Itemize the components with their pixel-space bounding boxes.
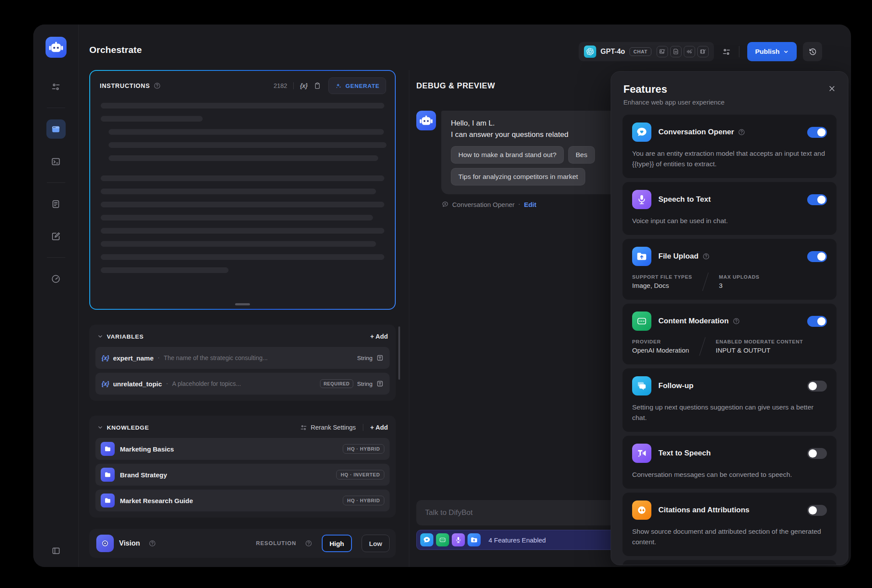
- skeleton-text-line: [101, 103, 384, 108]
- feature-card-text-to-speech: Text to Speech Conversation messages can…: [622, 436, 837, 489]
- instructions-editor[interactable]: [90, 98, 395, 273]
- skeleton-text-line: [101, 241, 376, 247]
- feature-card-follow-up: Follow-up Setting up next questions sugg…: [622, 368, 837, 432]
- variable-row[interactable]: {x} expert_name · The name of the strate…: [95, 347, 390, 369]
- collapse-sidebar-icon[interactable]: [51, 546, 61, 557]
- model-capability-icon: [670, 46, 682, 57]
- help-icon[interactable]: [305, 540, 312, 547]
- resize-handle[interactable]: [235, 303, 250, 305]
- model-selector[interactable]: GPT-4o CHAT: [579, 42, 714, 61]
- sidebar-item[interactable]: [47, 182, 65, 183]
- sidebar-item[interactable]: [47, 108, 65, 108]
- sidebar-item-terminal[interactable]: [46, 152, 66, 171]
- feature-toggle[interactable]: [807, 127, 827, 138]
- variable-icon: {x}: [102, 354, 109, 361]
- generate-button[interactable]: GENERATE: [328, 77, 386, 94]
- sidebar-item-orchestrate[interactable]: [46, 119, 66, 139]
- skeleton-text-line: [101, 189, 376, 194]
- topbar-actions: GPT-4o CHAT Publish: [579, 42, 822, 61]
- model-capabilities: [657, 46, 709, 57]
- publish-button[interactable]: Publish: [747, 42, 797, 61]
- help-icon[interactable]: [738, 129, 745, 136]
- dataset-icon: [101, 494, 115, 508]
- variables-section: VARIABLES + Add {x} expert_name · The na…: [89, 325, 396, 401]
- add-variable-button[interactable]: + Add: [370, 333, 388, 340]
- feature-icon: [632, 247, 651, 266]
- knowledge-row[interactable]: Marketing Basics HQ · HYBRID: [95, 438, 390, 460]
- knowledge-row[interactable]: Market Research Guide HQ · HYBRID: [95, 490, 390, 511]
- knowledge-row[interactable]: Brand Strategy HQ · INVERTED: [95, 464, 390, 486]
- model-capability-icon: [697, 46, 709, 57]
- model-capability-icon: [684, 46, 695, 57]
- feature-card-speech-to-text: Speech to Text Voice input can be used i…: [622, 182, 837, 235]
- knowledge-title: KNOWLEDGE: [107, 424, 149, 431]
- features-subtitle: Enhance web app user experience: [623, 98, 835, 106]
- skeleton-text-line: [109, 155, 378, 161]
- instructions-title: INSTRUCTIONS: [100, 82, 150, 89]
- feature-toggle[interactable]: [807, 251, 827, 262]
- page-title: Orchestrate: [89, 45, 142, 55]
- model-params-icon[interactable]: [722, 47, 731, 56]
- topbar-divider: [739, 46, 739, 57]
- chat-input[interactable]: [416, 500, 644, 525]
- chevron-down-icon[interactable]: [97, 333, 103, 340]
- suggested-question-chip[interactable]: Bes: [568, 146, 595, 164]
- feature-toggle[interactable]: [807, 316, 827, 327]
- close-icon[interactable]: [828, 85, 836, 94]
- version-history-button[interactable]: [803, 42, 822, 61]
- feature-toggle[interactable]: [807, 194, 827, 205]
- help-icon[interactable]: [703, 253, 710, 260]
- string-type-icon: [376, 380, 383, 387]
- suggested-question-chip[interactable]: How to make a brand stand out?: [451, 146, 564, 164]
- feature-toggle[interactable]: [807, 505, 827, 516]
- rerank-settings-button[interactable]: Rerank Settings: [300, 424, 356, 431]
- edit-opener-link[interactable]: Edit: [524, 201, 536, 208]
- model-capability-icon: [657, 46, 668, 57]
- dataset-icon: [101, 468, 115, 482]
- help-icon[interactable]: [733, 318, 740, 325]
- sidebar-item-logs[interactable]: [46, 194, 66, 214]
- copy-icon[interactable]: [313, 82, 321, 90]
- feature-toggle[interactable]: [807, 381, 827, 392]
- sparkle-icon: [335, 82, 342, 89]
- chevron-down-icon[interactable]: [97, 424, 103, 430]
- resolution-low-button[interactable]: Low: [362, 535, 390, 552]
- add-knowledge-button[interactable]: + Add: [370, 424, 388, 431]
- sidebar-item[interactable]: [47, 257, 65, 258]
- retrieval-badge: HQ · HYBRID: [343, 496, 384, 505]
- feature-toggle[interactable]: [807, 448, 827, 459]
- feature-card-content-moderation: Content Moderation PROVIDER OpenAI Moder…: [622, 304, 837, 364]
- instructions-header: INSTRUCTIONS 2182 {x} GENERATE: [90, 71, 395, 98]
- chevron-down-icon: [783, 49, 789, 55]
- enabled-feature-icon: [420, 533, 433, 546]
- enabled-feature-icon: [452, 533, 465, 546]
- help-icon[interactable]: [154, 82, 161, 89]
- variable-icon: {x}: [102, 380, 109, 387]
- features-title: Features: [623, 83, 835, 95]
- sidebar: [33, 24, 79, 567]
- config-scrollbar[interactable]: [398, 326, 400, 380]
- help-icon[interactable]: [149, 540, 156, 547]
- retrieval-badge: HQ · HYBRID: [343, 444, 384, 454]
- sidebar-item-monitoring[interactable]: [46, 269, 66, 288]
- variable-insert-icon[interactable]: {x}: [300, 82, 307, 89]
- publish-label: Publish: [755, 48, 780, 56]
- variables-title: VARIABLES: [107, 333, 144, 340]
- enabled-feature-icon: [468, 533, 481, 546]
- skeleton-text-line: [101, 215, 373, 220]
- variable-row[interactable]: {x} unrelated_topic · A placeholder for …: [95, 373, 390, 395]
- app-logo-robot-icon[interactable]: [46, 37, 67, 58]
- feature-icon: [632, 376, 651, 396]
- feature-icon: [632, 444, 651, 463]
- features-enabled-bar[interactable]: 4 Features Enabled: [416, 530, 644, 550]
- suggested-question-chip[interactable]: Tips for analyzing competitors in market: [451, 168, 585, 186]
- resolution-high-button[interactable]: High: [322, 535, 352, 552]
- string-type-icon: [376, 354, 383, 361]
- features-enabled-label: 4 Features Enabled: [489, 536, 546, 544]
- sidebar-item-annotations[interactable]: [46, 227, 66, 246]
- dataset-icon: [101, 442, 115, 456]
- skeleton-text-line: [109, 129, 384, 135]
- skeleton-text-line: [101, 254, 384, 260]
- feature-icon: [632, 122, 651, 142]
- sidebar-item-model-settings[interactable]: [46, 77, 66, 96]
